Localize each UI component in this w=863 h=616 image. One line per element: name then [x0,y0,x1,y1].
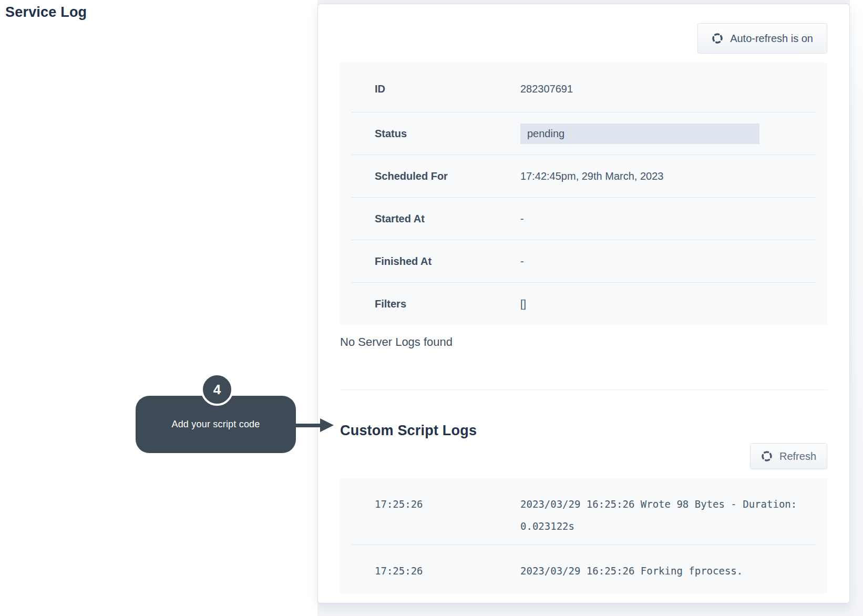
row-label: Finished At [340,255,520,268]
status-badge: pending [520,124,759,144]
row-value: - [520,213,827,225]
log-timestamp: 17:25:26 [340,560,520,582]
service-details-table: ID 282307691 Status pending Scheduled Fo… [340,63,827,325]
log-message: 2023/03/29 16:25:26 Wrote 98 Bytes - Dur… [520,493,816,537]
table-row: Started At - [340,198,827,240]
log-timestamp: 17:25:26 [340,493,520,515]
log-row: 17:25:26 2023/03/29 16:25:26 Wrote 98 By… [340,478,827,545]
page-title: Service Log [5,4,87,20]
custom-script-log-table: 17:25:26 2023/03/29 16:25:26 Wrote 98 By… [340,478,827,593]
row-label: Started At [340,213,520,225]
row-value: 282307691 [520,83,827,95]
refresh-spinner-icon [761,450,773,462]
auto-refresh-button[interactable]: Auto-refresh is on [697,23,827,54]
step-number-badge: 4 [201,373,233,406]
row-value: pending [520,124,827,144]
row-value: - [520,255,827,268]
refresh-button[interactable]: Refresh [750,443,827,469]
auto-refresh-label: Auto-refresh is on [730,33,813,45]
service-log-card: Auto-refresh is on ID 282307691 Status p… [317,4,850,603]
no-server-logs-message: No Server Logs found [340,333,827,351]
table-row: Finished At - [340,240,827,282]
table-row: Status pending [340,112,827,155]
callout-arrow-head-icon [320,418,334,432]
row-label: Status [340,128,520,140]
log-message: 2023/03/29 16:25:26 Forking fprocess. [520,560,816,582]
row-value: 17:42:45pm, 29th March, 2023 [520,170,827,182]
table-row: Filters [] [340,283,827,325]
table-row: ID 282307691 [340,63,827,112]
custom-script-logs-heading: Custom Script Logs [340,422,827,439]
refresh-label: Refresh [779,450,816,463]
row-value: [] [520,298,827,310]
refresh-row: Refresh [340,443,827,469]
table-row: Scheduled For 17:42:45pm, 29th March, 20… [340,155,827,197]
callout-arrow [296,424,321,427]
row-label: Scheduled For [340,170,520,182]
page-background-right [850,0,863,616]
refresh-spinner-icon [712,33,723,44]
auto-refresh-row: Auto-refresh is on [340,23,827,54]
log-row: 17:25:26 2023/03/29 16:25:26 Forking fpr… [340,545,827,593]
left-content-panel [0,0,317,616]
onboarding-tooltip-label: Add your script code [171,419,260,430]
section-divider [340,389,827,390]
row-label: ID [340,83,520,95]
row-label: Filters [340,298,520,310]
